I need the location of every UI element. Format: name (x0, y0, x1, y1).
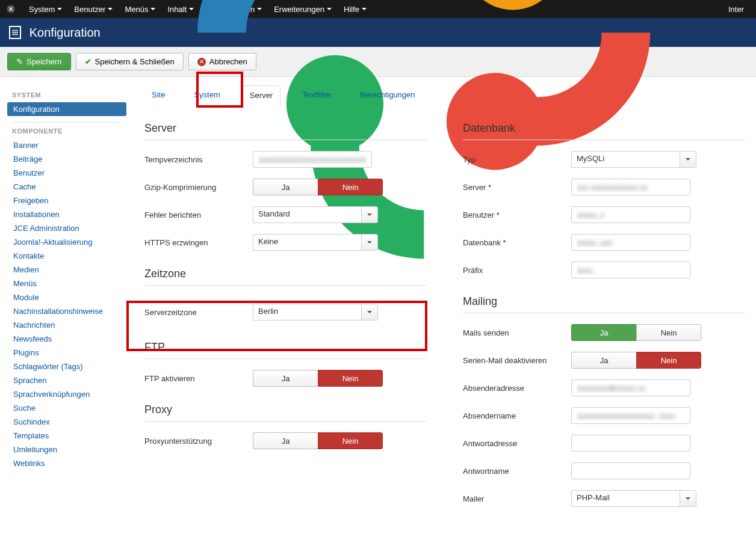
title-bar: Konfiguration (0, 18, 756, 47)
sidebar-item-freigeben[interactable]: Freigeben (7, 194, 126, 207)
config-icon (9, 26, 21, 39)
mass-mail-toggle[interactable]: Ja Nein (571, 352, 701, 369)
sidebar-item-suche[interactable]: Suche (7, 401, 126, 415)
proxy-yes[interactable]: Ja (253, 432, 318, 449)
sidebar-item-weblinks[interactable]: Weblinks (7, 456, 126, 470)
https-select[interactable]: Keine (253, 234, 378, 251)
mass-mail-no[interactable]: Nein (636, 352, 701, 369)
save-close-button[interactable]: Speichern & Schließen (76, 53, 184, 70)
sidebar-item-sprachverkn-pfungen[interactable]: Sprachverknüpfungen (7, 387, 126, 401)
mailer-select[interactable]: PHP-Mail (571, 490, 696, 507)
from-name-label: Absendername (463, 411, 571, 420)
chevron-down-icon[interactable] (680, 490, 696, 507)
sidebar-item-installationen[interactable]: Installationen (7, 207, 126, 221)
sidebar-item-konfiguration[interactable]: Konfiguration (7, 102, 126, 116)
joomla-icon (6, 4, 16, 14)
mailing-heading: Mailing (463, 295, 745, 313)
from-address-input[interactable] (571, 379, 690, 396)
ftp-heading: FTP (144, 341, 427, 359)
mailer-label: Mailer (463, 494, 571, 503)
temp-dir-input[interactable] (253, 151, 372, 168)
page-title: Konfiguration (29, 26, 101, 40)
sidebar-item-module[interactable]: Module (7, 290, 126, 304)
db-user-input[interactable] (571, 206, 690, 223)
reply-name-input[interactable] (571, 462, 690, 479)
error-reporting-select[interactable]: Standard (253, 206, 378, 223)
sidebar-item-plugins[interactable]: Plugins (7, 346, 126, 360)
tab-site[interactable]: Site (144, 85, 172, 105)
chevron-down-icon[interactable] (361, 206, 378, 223)
sidebar-item-kontakte[interactable]: Kontakte (7, 249, 126, 263)
database-heading: Datenbank (463, 122, 745, 140)
sidebar-divider (12, 122, 122, 123)
db-server-label: Server * (463, 183, 571, 192)
https-label: HTTPS erzwingen (144, 238, 253, 247)
pencil-icon (16, 57, 23, 66)
save-button[interactable]: Speichern (7, 53, 71, 70)
sidebar: SYSTEM Konfiguration KOMPONENTE BannerBe… (0, 77, 126, 531)
sidebar-item-benutzer[interactable]: Benutzer (7, 166, 126, 180)
sidebar-item-nachrichten[interactable]: Nachrichten (7, 318, 126, 332)
reply-address-input[interactable] (571, 435, 690, 452)
db-name-input[interactable] (571, 234, 690, 251)
server-timezone-select[interactable]: Berlin (253, 304, 378, 321)
db-prefix-label: Präfix (463, 266, 571, 275)
ftp-no[interactable]: Nein (318, 370, 383, 387)
close-icon (197, 58, 206, 66)
sidebar-item-joomla-aktualisierung[interactable]: Joomla!-Aktualisierung (7, 235, 126, 249)
mail-send-toggle[interactable]: Ja Nein (571, 324, 701, 341)
db-user-label: Benutzer * (463, 210, 571, 219)
sidebar-item-cache[interactable]: Cache (7, 180, 126, 194)
tab-berechtigungen[interactable]: Berechtigungen (353, 85, 422, 105)
gzip-no[interactable]: Nein (318, 179, 383, 195)
tabs: Site System Server Textfilter Berechtigu… (144, 85, 745, 105)
from-name-input[interactable] (571, 407, 690, 424)
sidebar-item-jce-administration[interactable]: JCE Administration (7, 221, 126, 235)
proxy-heading: Proxy (144, 404, 427, 422)
reply-address-label: Antwortadresse (463, 439, 571, 448)
sidebar-item-templates[interactable]: Templates (7, 429, 126, 443)
chevron-down-icon[interactable] (361, 234, 378, 251)
sidebar-section-system: SYSTEM (12, 91, 126, 99)
tab-server[interactable]: Server (242, 85, 280, 105)
gzip-yes[interactable]: Ja (253, 179, 318, 195)
tab-system[interactable]: System (187, 85, 227, 105)
mail-send-no[interactable]: Nein (636, 324, 701, 341)
tab-textfilter[interactable]: Textfilter (295, 85, 338, 105)
mail-send-label: Mails senden (463, 328, 571, 337)
sidebar-item-umleitungen[interactable]: Umleitungen (7, 443, 126, 456)
sidebar-item-suchindex[interactable]: Suchindex (7, 415, 126, 429)
sidebar-item-beitr-ge[interactable]: Beiträge (7, 152, 126, 166)
mail-send-yes[interactable]: Ja (571, 324, 636, 341)
ftp-toggle[interactable]: Ja Nein (253, 370, 383, 387)
mass-mail-label: Serien-Mail deaktivieren (463, 356, 571, 365)
chevron-down-icon[interactable] (361, 304, 378, 321)
chevron-down-icon[interactable] (680, 151, 696, 168)
error-reporting-label: Fehler berichten (144, 210, 253, 219)
mass-mail-yes[interactable]: Ja (571, 352, 636, 369)
db-server-input[interactable] (571, 179, 690, 195)
sidebar-item-medien[interactable]: Medien (7, 263, 126, 277)
sidebar-item-nachinstallationshinweise[interactable]: Nachinstallationshinweise (7, 304, 126, 318)
check-icon (85, 57, 91, 66)
ftp-yes[interactable]: Ja (253, 370, 318, 387)
reply-name-label: Antwortname (463, 467, 571, 476)
gzip-toggle[interactable]: Ja Nein (253, 179, 383, 195)
db-prefix-input[interactable] (571, 262, 690, 278)
db-name-label: Datenbank * (463, 238, 571, 247)
proxy-toggle[interactable]: Ja Nein (253, 432, 383, 449)
sidebar-item-men-s[interactable]: Menüs (7, 277, 126, 290)
proxy-support-label: Proxyunterstützung (144, 437, 253, 446)
db-type-label: Typ (463, 155, 571, 164)
cancel-button[interactable]: Abbrechen (188, 53, 256, 70)
proxy-no[interactable]: Nein (318, 432, 383, 449)
sidebar-item-schlagw-rter-tags-[interactable]: Schlagwörter (Tags) (7, 360, 126, 373)
sidebar-item-newsfeeds[interactable]: Newsfeeds (7, 332, 126, 346)
ftp-enable-label: FTP aktivieren (144, 374, 253, 383)
sidebar-section-komponente: KOMPONENTE (12, 127, 126, 135)
sidebar-item-banner[interactable]: Banner (7, 138, 126, 152)
nav-system[interactable]: System (23, 0, 68, 18)
db-type-select[interactable]: MySQLi (571, 151, 696, 168)
timezone-heading: Zeitzone (144, 268, 427, 286)
sidebar-item-sprachen[interactable]: Sprachen (7, 373, 126, 387)
